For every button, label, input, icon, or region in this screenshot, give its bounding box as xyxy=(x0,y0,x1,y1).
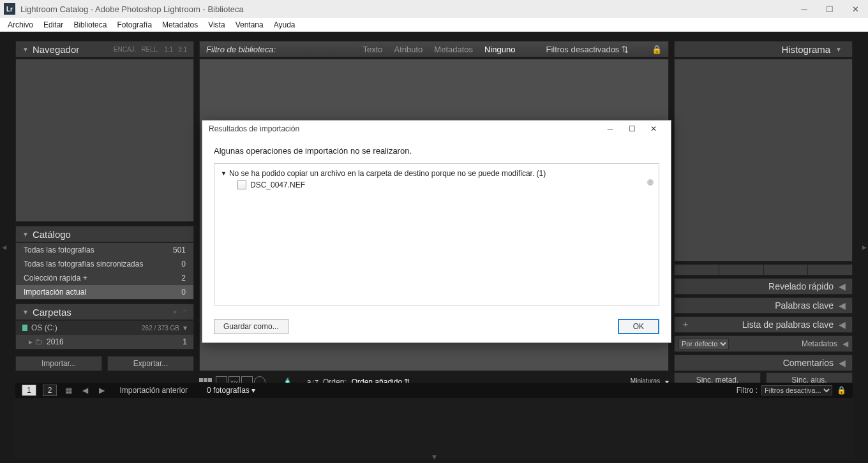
secondary-display-toggle[interactable]: 2 xyxy=(43,385,57,396)
chevron-down-icon: ▼ xyxy=(221,170,227,177)
ok-button[interactable]: OK xyxy=(618,319,659,334)
chevron-down-icon: ▼ xyxy=(22,46,29,53)
minimize-button[interactable]: ─ xyxy=(791,1,817,17)
menu-editar[interactable]: Editar xyxy=(43,20,63,29)
collapse-left-icon[interactable]: ▾ xyxy=(0,246,10,250)
back-arrow-icon[interactable]: ◀ xyxy=(80,385,90,395)
hist-channel-2[interactable] xyxy=(719,265,764,275)
chevron-left-icon: ◀ xyxy=(839,358,846,368)
save-as-button[interactable]: Guardar como... xyxy=(214,319,288,334)
catalog-row-synced[interactable]: Todas las fotografías sincronizadas0 xyxy=(16,257,193,271)
file-icon xyxy=(237,180,246,189)
metadata-preset-select[interactable]: Por defecto xyxy=(678,338,729,349)
nav-3-1[interactable]: 3:1 xyxy=(178,46,187,53)
menu-fotografia[interactable]: Fotografía xyxy=(117,20,152,29)
nav-fill[interactable]: RELL. xyxy=(141,46,159,53)
folder-icon: 🗀 xyxy=(35,337,43,346)
chevron-down-icon: ▼ xyxy=(22,231,29,238)
app-logo: Lr xyxy=(4,3,15,15)
catalog-header[interactable]: ▼ Catálogo xyxy=(15,226,194,242)
filter-atributo[interactable]: Atributo xyxy=(394,45,423,54)
chevron-left-icon: ◀ xyxy=(842,339,848,348)
dialog-error-list: ▼ No se ha podido copiar un archivo en l… xyxy=(214,163,659,305)
hist-channel-4[interactable] xyxy=(808,265,852,275)
filters-off-dropdown[interactable]: Filtros desactivados ⇅ xyxy=(546,45,629,54)
filter-texto[interactable]: Texto xyxy=(363,45,382,54)
drive-status-icon xyxy=(22,325,27,331)
maximize-button[interactable]: ☐ xyxy=(817,1,842,17)
dialog-message: Algunas operaciones de importación no se… xyxy=(214,146,659,156)
panel-lista-palabras-clave[interactable]: ＋Lista de palabras clave◀ xyxy=(674,316,853,333)
folder-row[interactable]: ▸ 🗀 2016 1 xyxy=(16,335,193,349)
catalog-row-all[interactable]: Todas las fotografías501 xyxy=(16,243,193,257)
chevron-down-icon: ▼ xyxy=(835,46,842,53)
filter-metadatos[interactable]: Metadatos xyxy=(434,45,473,54)
catalog-row-current-import[interactable]: Importación actual0 xyxy=(16,285,193,299)
menu-ayuda[interactable]: Ayuda xyxy=(274,20,296,29)
error-file-row[interactable]: DSC_0047.NEF xyxy=(221,178,652,189)
chevron-updown-icon: ⇅ xyxy=(622,45,629,54)
filter-ninguno[interactable]: Ninguno xyxy=(484,45,515,54)
chevron-down-icon: ▼ xyxy=(22,309,29,316)
status-bar: 1 2 ▦ ◀ ▶ Importación anterior 0 fotogra… xyxy=(15,383,853,398)
export-button[interactable]: Exportar... xyxy=(107,356,194,371)
catalog-title: Catálogo xyxy=(33,229,71,240)
filter-title: Filtro de biblioteca: xyxy=(206,45,276,54)
panel-revelado-rapido[interactable]: Revelado rápido◀ xyxy=(674,278,853,295)
nav-fit[interactable]: ENCAJ. xyxy=(114,46,137,53)
hist-channel-3[interactable] xyxy=(764,265,809,275)
histogram-header[interactable]: Histograma ▼ xyxy=(674,41,853,57)
library-filter-bar: Filtro de biblioteca: Texto Atributo Met… xyxy=(199,41,669,57)
navigator-title: Navegador xyxy=(33,44,79,55)
dialog-titlebar[interactable]: Resultados de importación ─ ☐ ✕ xyxy=(202,121,671,137)
primary-display-toggle[interactable]: 1 xyxy=(22,385,36,396)
filmstrip[interactable] xyxy=(15,398,853,458)
nav-1-1[interactable]: 1:1 xyxy=(164,46,173,53)
folders-add-icon[interactable]: ＋ xyxy=(172,307,178,316)
hist-channel-1[interactable] xyxy=(675,265,719,275)
window-title: Lightroom Catalog - Adobe Photoshop Ligh… xyxy=(20,4,244,14)
folders-title: Carpetas xyxy=(33,307,71,318)
lock-icon[interactable]: 🔒 xyxy=(836,385,846,395)
panel-comentarios[interactable]: Comentarios◀ xyxy=(674,355,853,371)
menu-bar: Archivo Editar Biblioteca Fotografía Met… xyxy=(0,18,868,32)
folders-header[interactable]: ▼ Carpetas ＋− xyxy=(15,304,194,320)
dialog-minimize-button[interactable]: ─ xyxy=(599,122,621,136)
chevron-left-icon: ◀ xyxy=(839,281,846,291)
catalog-row-quick[interactable]: Colección rápida +2 xyxy=(16,271,193,285)
os-titlebar: Lr Lightroom Catalog - Adobe Photoshop L… xyxy=(0,0,868,18)
histogram-title: Histograma xyxy=(781,44,830,55)
chevron-right-icon: ▸ xyxy=(29,337,33,346)
photo-count[interactable]: 0 fotografías ▾ xyxy=(207,386,255,395)
histogram-panel xyxy=(674,59,853,261)
import-button[interactable]: Importar... xyxy=(15,356,102,371)
close-button[interactable]: ✕ xyxy=(842,1,868,17)
menu-metadatos[interactable]: Metadatos xyxy=(162,20,198,29)
panel-palabras-clave[interactable]: Palabras clave◀ xyxy=(674,297,853,314)
navigator-header[interactable]: ▼ Navegador ENCAJ. RELL. 1:1 3:1 xyxy=(15,41,194,57)
chevron-down-icon[interactable]: ▾ xyxy=(183,323,187,332)
dialog-maximize-button[interactable]: ☐ xyxy=(621,122,643,136)
navigator-panel xyxy=(15,59,194,222)
collapse-bottom-icon[interactable]: ▾ xyxy=(432,452,437,462)
plus-icon[interactable]: ＋ xyxy=(681,319,690,330)
dialog-close-button[interactable]: ✕ xyxy=(643,122,664,136)
filter-select[interactable]: Filtros desactiva... xyxy=(761,385,832,395)
prev-import-label[interactable]: Importación anterior xyxy=(119,386,188,395)
import-results-dialog: Resultados de importación ─ ☐ ✕ Algunas … xyxy=(202,120,671,343)
folders-minus-icon[interactable]: − xyxy=(183,307,187,316)
forward-arrow-icon[interactable]: ▶ xyxy=(96,385,107,395)
chevron-left-icon: ◀ xyxy=(839,320,846,330)
menu-vista[interactable]: Vista xyxy=(208,20,225,29)
panel-metadatos[interactable]: Por defecto Metadatos ◀ xyxy=(674,335,853,352)
lock-icon[interactable]: 🔒 xyxy=(652,45,662,54)
menu-ventana[interactable]: Ventana xyxy=(236,20,264,29)
scroll-indicator-icon: ⋮ xyxy=(647,179,654,186)
drive-row[interactable]: OS (C:) 262 / 373 GB ▾ xyxy=(16,321,193,335)
grid-icon[interactable]: ▦ xyxy=(63,385,73,395)
menu-archivo[interactable]: Archivo xyxy=(8,20,33,29)
collapse-right-icon[interactable]: ▾ xyxy=(858,246,869,250)
filter-label: Filtro : xyxy=(737,386,758,395)
menu-biblioteca[interactable]: Biblioteca xyxy=(73,20,107,29)
error-group-row[interactable]: ▼ No se ha podido copiar un archivo en l… xyxy=(221,169,652,178)
